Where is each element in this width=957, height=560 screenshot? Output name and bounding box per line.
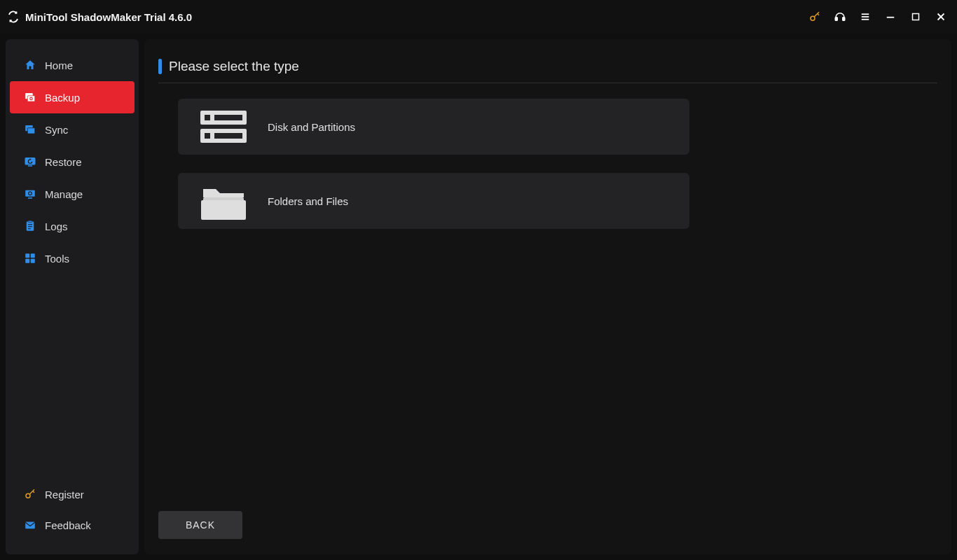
svg-point-29 [26, 493, 30, 498]
titlebar-left: MiniTool ShadowMaker Trial 4.6.0 [7, 10, 192, 23]
svg-rect-21 [28, 220, 32, 222]
restore-icon [24, 155, 36, 168]
svg-rect-33 [214, 115, 242, 120]
feedback-mail-icon [24, 519, 36, 531]
sidebar-item-label: Home [45, 59, 73, 71]
option-label: Disk and Partitions [268, 121, 355, 133]
sidebar-item-restore[interactable]: Restore [10, 146, 135, 178]
option-folders-and-files[interactable]: Folders and Files [178, 173, 689, 229]
logs-icon [24, 220, 36, 232]
menu-icon[interactable] [859, 10, 872, 23]
sidebar-nav-bottom: Register Feedback [6, 479, 139, 554]
svg-rect-36 [214, 133, 242, 139]
svg-rect-38 [201, 200, 246, 220]
backup-type-options: Disk and Partitions Folders and Files [158, 99, 937, 229]
app-body: Home Backup [0, 34, 957, 560]
sidebar-item-logs[interactable]: Logs [10, 210, 135, 242]
svg-rect-28 [31, 259, 35, 263]
sidebar-item-label: Logs [45, 220, 68, 232]
svg-rect-20 [27, 221, 34, 231]
svg-rect-14 [27, 128, 35, 134]
svg-rect-25 [25, 253, 29, 258]
sidebar-item-home[interactable]: Home [10, 49, 135, 81]
svg-point-0 [811, 16, 815, 20]
svg-rect-27 [25, 259, 29, 263]
svg-rect-35 [205, 133, 210, 139]
close-icon[interactable] [935, 10, 947, 23]
sidebar-item-manage[interactable]: Manage [10, 178, 135, 210]
option-label: Folders and Files [268, 195, 348, 207]
register-key-icon [24, 488, 36, 500]
sidebar-item-sync[interactable]: Sync [10, 113, 135, 146]
option-disk-and-partitions[interactable]: Disk and Partitions [178, 99, 689, 155]
section-header: Please select the type [158, 59, 937, 74]
titlebar-right [808, 10, 947, 23]
section-title: Please select the type [169, 59, 299, 74]
sidebar-item-label: Register [45, 489, 84, 500]
sidebar-item-backup[interactable]: Backup [10, 81, 135, 113]
sidebar-item-tools[interactable]: Tools [10, 242, 135, 274]
sync-icon [24, 123, 36, 136]
sidebar-item-label: Sync [45, 124, 68, 136]
svg-rect-26 [31, 253, 35, 258]
sidebar-nav-top: Home Backup [6, 39, 139, 274]
sidebar-item-label: Feedback [45, 519, 91, 531]
sidebar-item-label: Tools [45, 253, 69, 265]
manage-icon [24, 188, 36, 200]
minimize-icon[interactable] [884, 10, 897, 23]
app-title: MiniTool ShadowMaker Trial 4.6.0 [25, 11, 192, 23]
sidebar-item-label: Backup [45, 92, 80, 104]
tools-icon [24, 252, 36, 265]
sidebar-item-label: Restore [45, 156, 82, 168]
headset-icon[interactable] [834, 10, 846, 23]
svg-rect-1 [835, 18, 837, 21]
backup-icon [24, 91, 36, 104]
key-icon[interactable] [808, 10, 821, 23]
main-panel: Please select the type Disk and Partitio… [144, 39, 951, 554]
section-accent-bar [158, 59, 162, 74]
sidebar-item-label: Manage [45, 188, 83, 200]
app-logo-icon [7, 10, 20, 23]
svg-rect-32 [205, 115, 210, 120]
maximize-icon[interactable] [909, 10, 922, 23]
sidebar: Home Backup [6, 39, 139, 554]
sidebar-item-register[interactable]: Register [10, 479, 135, 510]
svg-rect-11 [27, 96, 35, 102]
titlebar: MiniTool ShadowMaker Trial 4.6.0 [0, 0, 957, 34]
back-button[interactable]: BACK [158, 511, 242, 539]
disk-partitions-icon [199, 108, 248, 146]
home-icon [24, 59, 36, 71]
svg-rect-17 [25, 190, 35, 197]
svg-rect-2 [843, 18, 845, 21]
section-divider [158, 83, 937, 83]
svg-rect-7 [913, 14, 919, 20]
svg-rect-30 [25, 522, 35, 529]
folder-icon [199, 182, 248, 220]
sidebar-item-feedback[interactable]: Feedback [10, 510, 135, 540]
